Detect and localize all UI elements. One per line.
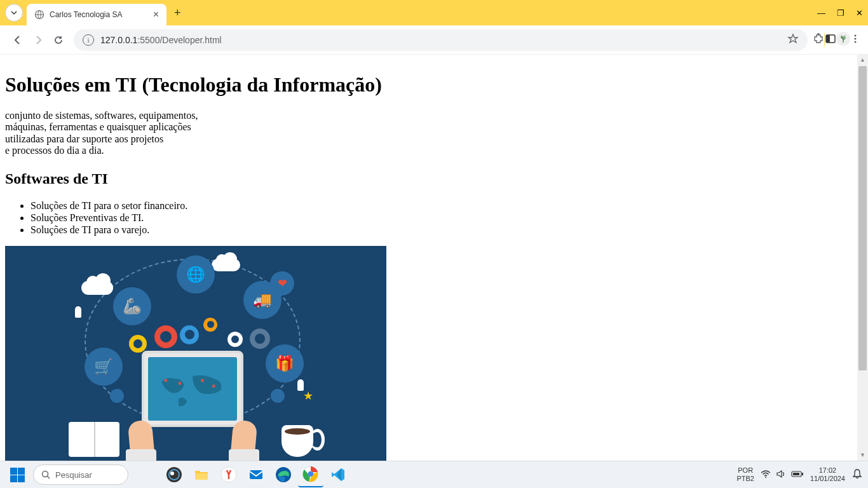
- notifications-icon[interactable]: [851, 468, 863, 481]
- svg-rect-25: [793, 473, 799, 475]
- coffee-mug-icon: [281, 425, 313, 457]
- forward-button[interactable]: [29, 31, 47, 49]
- intro-line: máquinas, ferramentas e quaisquer aplica…: [5, 121, 191, 132]
- close-tab-icon[interactable]: ×: [153, 9, 159, 20]
- globe-node-icon: 🌐: [177, 255, 215, 294]
- browser-tab-strip: Carlos Tecnologia SA × + — ❐ ✕: [0, 0, 868, 25]
- url-path: :5500/Developer.html: [137, 35, 221, 45]
- minimize-button[interactable]: —: [817, 8, 825, 18]
- scrollbar-thumb[interactable]: [858, 66, 867, 370]
- app-yandex-icon[interactable]: [216, 462, 241, 487]
- browser-tab[interactable]: Carlos Tecnologia SA ×: [27, 4, 166, 25]
- svg-point-5: [855, 37, 857, 39]
- list-item: Soluções de TI para o setor financeiro.: [31, 200, 863, 212]
- heart-node-icon: ❤: [270, 271, 294, 295]
- svg-rect-10: [212, 384, 215, 387]
- app-chrome-icon[interactable]: [298, 462, 323, 487]
- tab-search-dropdown[interactable]: [5, 4, 23, 22]
- profile-avatar-icon[interactable]: [836, 32, 850, 48]
- app-mail-icon[interactable]: [243, 462, 269, 487]
- svg-rect-9: [201, 379, 203, 381]
- tablet-icon: [142, 351, 243, 427]
- svg-rect-7: [165, 379, 167, 381]
- volume-icon[interactable]: [776, 469, 786, 480]
- new-tab-button[interactable]: +: [174, 6, 181, 20]
- software-list: Soluções de TI para o setor financeiro. …: [31, 200, 863, 236]
- taskbar-apps: [161, 462, 351, 487]
- gift-node-icon: 🎁: [266, 344, 304, 383]
- svg-rect-24: [802, 473, 803, 475]
- list-item: Soluções de TI para o varejo.: [31, 224, 863, 236]
- window-controls: — ❐ ✕: [817, 8, 863, 18]
- app-explorer-icon[interactable]: [189, 462, 214, 487]
- battery-icon[interactable]: [791, 470, 804, 479]
- book-icon: [69, 422, 119, 457]
- browser-menu-icon[interactable]: [850, 34, 860, 46]
- app-obs-icon[interactable]: [161, 462, 187, 487]
- site-info-icon[interactable]: i: [83, 34, 94, 46]
- address-bar[interactable]: i 127.0.0.1:5500/Developer.html: [74, 29, 808, 51]
- svg-point-4: [855, 34, 857, 36]
- maximize-button[interactable]: ❐: [837, 8, 844, 18]
- svg-rect-15: [195, 473, 208, 480]
- wifi-icon[interactable]: [761, 469, 771, 480]
- section-heading: Softwares de TI: [5, 170, 863, 187]
- svg-rect-17: [250, 470, 262, 479]
- intro-line: utilizadas para dar suporte aos projetos: [5, 133, 163, 144]
- list-item: Soluções Preventivas de TI.: [31, 212, 863, 224]
- side-panel-icon[interactable]: [825, 33, 836, 47]
- page-title: Soluções em TI (Tecnologia da Informação…: [5, 73, 863, 97]
- app-edge-icon[interactable]: [271, 462, 296, 487]
- svg-point-11: [43, 471, 48, 477]
- extensions-icon[interactable]: [813, 33, 824, 47]
- start-button[interactable]: [5, 463, 29, 487]
- vertical-scrollbar[interactable]: ▲ ▼: [857, 55, 868, 461]
- language-indicator[interactable]: POR PTB2: [736, 466, 754, 483]
- system-tray: POR PTB2 17:02 11/01/2024: [736, 466, 863, 483]
- search-icon: [41, 470, 50, 479]
- search-placeholder: Pesquisar: [55, 470, 92, 480]
- page-content: Soluções em TI (Tecnologia da Informação…: [0, 55, 868, 461]
- reload-button[interactable]: [50, 31, 67, 49]
- taskbar-search[interactable]: Pesquisar: [33, 464, 128, 485]
- app-vscode-icon[interactable]: [325, 462, 351, 487]
- browser-toolbar: i 127.0.0.1:5500/Developer.html: [0, 25, 868, 55]
- clock[interactable]: 17:02 11/01/2024: [810, 466, 845, 483]
- close-window-button[interactable]: ✕: [856, 8, 863, 18]
- scroll-down-icon[interactable]: ▼: [857, 450, 868, 461]
- svg-rect-8: [179, 382, 181, 384]
- tech-illustration: 🌐 🦾 🚚 🛒 🎁 ❤: [5, 246, 386, 461]
- svg-point-22: [765, 477, 766, 478]
- globe-icon: [34, 10, 44, 20]
- scroll-up-icon[interactable]: ▲: [857, 55, 868, 65]
- back-button[interactable]: [9, 31, 27, 49]
- svg-point-6: [855, 41, 857, 43]
- tab-title: Carlos Tecnologia SA: [50, 10, 148, 19]
- intro-line: e processos do dia a dia.: [5, 145, 104, 156]
- windows-taskbar: Pesquisar POR PTB2 17:02 11/01/2024: [0, 461, 868, 488]
- svg-rect-2: [826, 35, 830, 43]
- intro-line: conjunto de sistemas, softwares, equipam…: [5, 110, 198, 121]
- star-icon: ★: [303, 389, 313, 403]
- svg-point-14: [170, 471, 174, 475]
- intro-paragraph: conjunto de sistemas, softwares, equipam…: [5, 110, 386, 157]
- bookmark-star-icon[interactable]: [787, 33, 799, 47]
- cart-node-icon: 🛒: [85, 348, 123, 386]
- url-host: 127.0.0.1: [100, 35, 137, 45]
